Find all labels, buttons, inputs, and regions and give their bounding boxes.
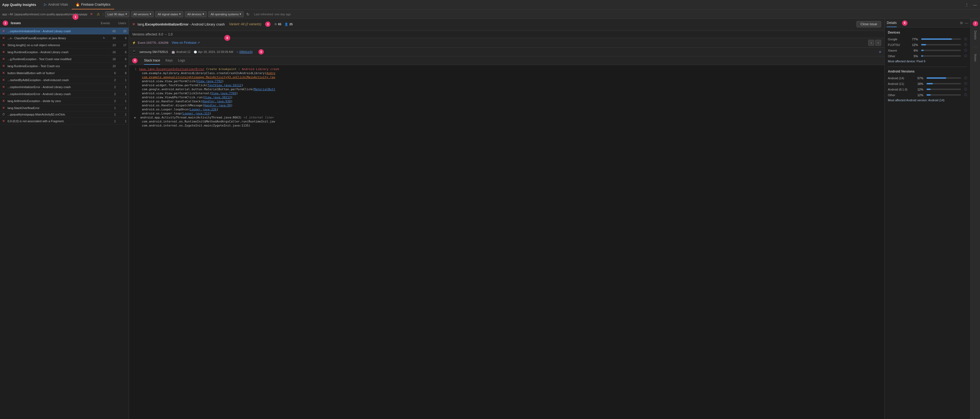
android-version-stat-row: Android (11) 18% ⓘ xyxy=(888,82,967,86)
error-icon: ✕ xyxy=(2,29,6,33)
issue-events: 1 xyxy=(106,106,116,110)
tab-android-vitals[interactable]: ▷ Android Vitals xyxy=(40,0,72,10)
issue-row[interactable]: ✕ button.MaterialButton with id 'button'… xyxy=(0,70,129,76)
git-icon: ⤷ xyxy=(236,51,239,54)
mainactivity-link[interactable]: com.example.appqualityinsightsqaapp.Main… xyxy=(142,76,275,79)
close-issue-button[interactable]: Close issue xyxy=(856,21,881,27)
android-version-info-button[interactable]: ⓘ xyxy=(964,87,967,91)
expand-arrow-icon[interactable]: ▶ xyxy=(134,116,138,119)
minimize-panel-button[interactable]: — xyxy=(965,21,968,25)
event-date-text: Apr 18, 2024, 10:39:09 AM xyxy=(198,50,233,54)
device-bar-fill xyxy=(921,44,926,45)
issue-row[interactable]: ✕ lang.RuntimeException - Android Librar… xyxy=(0,49,129,56)
prev-event-button[interactable]: ‹ xyxy=(868,40,874,46)
error-class-link[interactable]: java.lang.ExceptionInInitializerError xyxy=(138,67,204,71)
handler-link-2[interactable]: Handler.java:99 xyxy=(204,104,231,107)
trace-text: com.example.mylibrary.AndroidLibraryClas… xyxy=(142,71,881,75)
settings-icon-button[interactable]: ⚙ xyxy=(960,21,963,25)
issue-events: 6 xyxy=(106,71,116,75)
issue-row[interactable]: ✕ lang.StackOverflowError 1 1 xyxy=(0,105,129,111)
trace-text: android.os.Handler.handleCallback(Handle… xyxy=(142,100,881,103)
minimize-button[interactable]: — xyxy=(972,2,978,8)
issue-row[interactable]: ✕ String.length() on a null object refer… xyxy=(0,41,129,49)
android-version-stat-row: Android (14) 57% ⓘ xyxy=(888,76,967,80)
android-version-info-button[interactable]: ⓘ xyxy=(964,93,967,97)
signals-filter-dropdown[interactable]: All signal states ▾ xyxy=(155,11,183,17)
os-filter-dropdown[interactable]: All operating systems ▾ xyxy=(208,11,244,17)
trace-line: android.widget.TextView.performClick(Tex… xyxy=(129,83,885,87)
device-bar-bg xyxy=(921,38,961,40)
andro-link[interactable]: Andro xyxy=(266,71,275,75)
issue-row[interactable]: ✕ ...ceptionInInitializerError - Android… xyxy=(0,28,129,35)
details-side-label[interactable]: Details xyxy=(974,31,977,40)
device-stat-row: Google 77% ⓘ xyxy=(888,37,967,41)
issue-row[interactable]: ✕ ...ceptionInInitializerError - Android… xyxy=(0,90,129,97)
issue-text: 0,0-{0,0} is not associated with a Fragm… xyxy=(8,119,105,123)
issue-row[interactable]: ✕ 0,0-{0,0} is not associated with a Fra… xyxy=(0,117,129,125)
versions-filter-dropdown[interactable]: All versions ▾ xyxy=(131,11,154,17)
android-version-name: Other xyxy=(888,94,912,97)
issue-row[interactable]: ✕ lang.RuntimeException - Test Crash vcs… xyxy=(0,63,129,70)
android-bar-bg xyxy=(926,83,961,84)
side-icons-panel: 7 Details Notes xyxy=(970,19,980,419)
device-info-button[interactable]: ⓘ xyxy=(964,54,967,58)
issue-events: 34 xyxy=(106,37,116,40)
issue-text: lang.RuntimeException - Android Library … xyxy=(8,51,105,54)
trace-line: android.view.View$PerformClick.run(View.… xyxy=(129,95,885,99)
tab-stack-trace[interactable]: Stack trace xyxy=(144,56,160,65)
issue-row[interactable]: ✕ ...rashedByAdbException - shell-induce… xyxy=(0,76,129,84)
issue-row[interactable]: ✕ ...g.RuntimeException - Test Crash new… xyxy=(0,56,129,63)
textview-link[interactable]: TextView.java:16112 xyxy=(208,84,242,87)
most-affected-device: Most affected device: Pixel 6 xyxy=(888,60,926,63)
filter-bar: app › All: [appqualityrelease] com.quali… xyxy=(0,10,980,19)
materialbutton-link[interactable]: MaterialButt xyxy=(254,87,275,91)
main-layout: 2 Issues Events Users ✕ ...ceptionInInit… xyxy=(0,19,980,419)
android-version-info-button[interactable]: ⓘ xyxy=(964,82,967,86)
issue-text: lang.ArithmeticException - divide by zer… xyxy=(8,99,105,103)
android-versions-title: Android Versions xyxy=(888,70,967,73)
right-tab-icons: ⚙ — xyxy=(960,21,968,25)
time-filter-dropdown[interactable]: Last 90 days ▾ xyxy=(105,11,129,17)
view-link-3[interactable]: View.java:30213 xyxy=(204,95,231,99)
devices-filter-dropdown[interactable]: All devices ▾ xyxy=(185,11,207,17)
device-info-button[interactable]: ⓘ xyxy=(964,43,967,47)
issue-row[interactable]: ⏱ ...ppqualityinsiqaapp.MainActivity$2.o… xyxy=(0,111,129,117)
devices-section-title: Devices xyxy=(888,31,967,34)
sync-icon: ↻ xyxy=(103,37,105,40)
view-link-1[interactable]: View.java:7792 xyxy=(197,79,222,83)
issue-users: 17 xyxy=(117,43,127,47)
trace-text: com.google.android.material.button.Mater… xyxy=(142,87,881,91)
looper-link-2[interactable]: Looper.java:313 xyxy=(183,112,209,115)
tab-details[interactable]: Details xyxy=(887,19,897,27)
filter-error-icon[interactable]: ✕ xyxy=(89,11,94,17)
device-info-button[interactable]: ⓘ xyxy=(964,48,967,52)
device-pct-label: 12% xyxy=(908,43,918,46)
event-id-text: ⚡ Event 193770...634298 xyxy=(132,41,169,44)
next-event-button[interactable]: › xyxy=(875,40,881,46)
view-on-firebase-link[interactable]: View on Firebase ↗ xyxy=(172,41,200,44)
refresh-button[interactable]: ↻ xyxy=(245,11,251,17)
issue-title: lang.ExceptionInInitializerError - Andro… xyxy=(138,22,224,26)
signals-filter-label: All signal states xyxy=(158,13,178,16)
issue-row[interactable]: ✕ ...n - ClassNotFoundException at java … xyxy=(0,35,129,41)
android-version-info-button[interactable]: ⓘ xyxy=(964,76,967,80)
android-bar-fill xyxy=(926,83,933,84)
issue-row[interactable]: ✕ ...ceptionInInitializerError - Android… xyxy=(0,84,129,90)
filter-warning-icon[interactable]: ⚠ xyxy=(95,11,101,17)
tab-firebase-crashlytics[interactable]: 🔥 Firebase Crashlytics xyxy=(72,0,114,10)
tab-keys[interactable]: Keys xyxy=(165,56,173,65)
view-link-2[interactable]: View.java:7769 xyxy=(211,92,236,95)
device-pct-label: 6% xyxy=(908,49,918,52)
handler-link-1[interactable]: Handler.java:938 xyxy=(202,100,231,103)
more-options-button[interactable]: ⋮ xyxy=(964,2,970,8)
trace-line: com.example.mylibrary.AndroidLibraryClas… xyxy=(129,71,885,75)
filter-lines-button[interactable]: ≡ xyxy=(879,50,881,54)
notes-side-label[interactable]: Notes xyxy=(974,54,977,62)
device-name-text: samsung SM-F926U1 xyxy=(139,50,168,54)
issue-row[interactable]: ✕ lang.ArithmeticException - divide by z… xyxy=(0,97,129,105)
looper-link-1[interactable]: Looper.java:226 xyxy=(190,108,216,111)
top-bar: App Quality Insights ▷ Android Vitals 🔥 … xyxy=(0,0,980,10)
device-info-button[interactable]: ⓘ xyxy=(964,37,967,41)
trace-text: android.view.View.performClickInternal(V… xyxy=(142,92,881,95)
tab-logs[interactable]: Logs xyxy=(178,56,185,65)
